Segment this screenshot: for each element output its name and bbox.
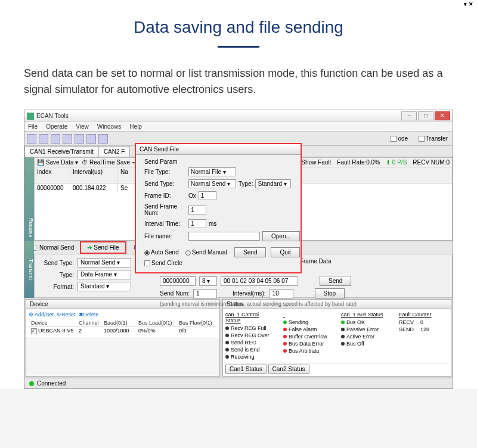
col-index[interactable]: Index <box>35 167 70 183</box>
sendtype-select[interactable]: Normal Send ▾ <box>188 179 236 188</box>
status-item: Send REG <box>225 339 275 346</box>
open-button[interactable]: Open... <box>262 231 300 241</box>
col-interval[interactable]: Interval(us) <box>70 167 118 183</box>
can-send-file-dialog: CAN Send File Send Param File Type: Norm… <box>135 143 302 273</box>
col-busflow: Bus Flow(0/1) <box>176 319 217 326</box>
filetype-label: File Type: <box>144 169 186 175</box>
framenum-label: Send Frame Num: <box>144 203 186 216</box>
sendtype-select[interactable]: Normal Send ▾ <box>78 258 131 267</box>
status-item: False Alarm <box>283 326 333 333</box>
stop-button[interactable]: Stop <box>315 288 345 298</box>
toolbar-icon[interactable] <box>63 134 72 144</box>
sendnum-label: Send Num: <box>160 290 190 297</box>
status-item: Recv REG Over <box>225 332 275 339</box>
save-data-button[interactable]: 💾 Save Data ▾ <box>37 159 78 166</box>
window-title: ECAN Tools <box>36 113 401 119</box>
maximize-button[interactable]: □ <box>418 111 433 120</box>
control-status-header: can_1 Control Status <box>225 312 275 323</box>
status-item: Receiving <box>225 353 275 360</box>
bus-status-header: can_1 Bus Status <box>341 312 391 318</box>
dialog-send-button[interactable]: Send <box>234 247 266 257</box>
send-file-tab[interactable]: ➜Send File <box>80 241 126 254</box>
transfer-label[interactable]: Transfer <box>419 135 448 142</box>
frameid-label: Frame ID: <box>144 192 186 199</box>
menu-help[interactable]: Help <box>129 123 142 130</box>
type-label: Type: <box>238 181 253 187</box>
recv-counter: RECV 0 <box>399 319 448 326</box>
delete-button[interactable]: ✖Delete <box>79 312 99 318</box>
tab-can2[interactable]: CAN2 F <box>98 146 131 157</box>
recv-num-label: RECV NUM:0 <box>413 159 450 166</box>
status-item: Sending <box>283 319 333 326</box>
menu-view[interactable]: View <box>76 123 89 130</box>
toolbar-icon[interactable] <box>98 134 108 144</box>
cell-interval: 000.184.022 <box>70 183 118 192</box>
toolbar-icon[interactable] <box>27 134 36 144</box>
mode-label[interactable]: ode <box>391 135 408 142</box>
sendnum-input[interactable] <box>193 289 217 298</box>
type-select[interactable]: Data Frame ▾ <box>78 270 131 279</box>
ms-label: ms <box>209 220 216 227</box>
menu-file[interactable]: File <box>28 123 38 130</box>
menu-operate[interactable]: Operate <box>46 123 67 130</box>
send-param-legend: Send Param <box>144 158 178 165</box>
data-input[interactable] <box>221 276 298 286</box>
realtime-save-button[interactable]: ⏱ RealTime Save ▾ <box>82 159 135 166</box>
page-title: Data saving and file sending <box>0 0 477 46</box>
length-select[interactable]: 8 ▾ <box>199 276 217 286</box>
menubar: File Operate View Windows Help <box>24 122 453 132</box>
dialog-quit-button[interactable]: Quit <box>271 247 299 257</box>
screenshot-container: ECAN Tools – □ ✕ File Operate View Windo… <box>24 110 453 389</box>
format-select[interactable]: Standard ▾ <box>78 282 131 291</box>
send-circle-checkbox[interactable]: Send Circle <box>144 260 182 266</box>
tab-can1[interactable]: CAN1 Receive/Transmit <box>24 146 99 157</box>
manual-send-radio[interactable]: Send Manual <box>185 249 227 256</box>
send-counter: SEND 128 <box>399 326 448 333</box>
format-label: Format: <box>38 284 74 290</box>
framenum-input[interactable] <box>188 206 206 214</box>
send-button[interactable]: Send <box>320 276 351 286</box>
frameid-prefix: Ox <box>188 192 196 199</box>
interval-input[interactable] <box>270 289 293 298</box>
close-button[interactable]: ✕ <box>435 111 450 120</box>
type-select[interactable]: Standard ▾ <box>255 179 291 188</box>
filename-input[interactable] <box>188 232 260 241</box>
status-item: Send is End <box>225 346 275 353</box>
cell-index: 00000000 <box>35 183 70 192</box>
ps-label: ⬆ 0 P/S <box>386 159 407 166</box>
frameid-input[interactable] <box>160 276 196 286</box>
connected-icon <box>29 381 34 386</box>
intervaltime-input[interactable] <box>188 219 206 228</box>
filetype-select[interactable]: Normal File ▾ <box>188 167 236 176</box>
col-baud: Baud(0/1) <box>101 319 136 326</box>
minimize-button[interactable]: – <box>401 111 417 120</box>
device-panel-title: Device <box>30 301 48 307</box>
col-device: Device <box>29 319 76 326</box>
col-channel: Channel <box>76 319 101 326</box>
intervaltime-label: Interval Time: <box>144 220 186 227</box>
frameid-input[interactable] <box>199 191 216 200</box>
status-item: Bus Arbitrate <box>283 347 333 354</box>
page-description: Send data can be set to normal or list t… <box>0 66 477 110</box>
connected-label: Connected <box>37 380 66 387</box>
app-icon <box>27 113 34 120</box>
auto-send-radio[interactable]: Auto Send <box>144 249 179 256</box>
sendtype-label: Send Type: <box>144 181 186 187</box>
toolbar-icon[interactable] <box>39 134 48 144</box>
sendtype-label: Send Type: <box>38 260 74 266</box>
col-busload: Bus Load(0/1) <box>136 319 176 326</box>
toolbar-icon[interactable] <box>51 134 60 144</box>
window-titlebar: ECAN Tools – □ ✕ <box>24 110 453 122</box>
status-item: Buffer OverFlow <box>283 333 333 340</box>
menu-windows[interactable]: Windows <box>97 123 122 130</box>
can1-status-tab[interactable]: Can1 Status <box>225 365 267 374</box>
status-item: Active Error <box>341 333 391 340</box>
reset-button[interactable]: ↻Reset <box>57 312 76 318</box>
dialog-title: CAN Send File <box>136 144 301 155</box>
device-row[interactable]: USBCAN-II-V5 2 1000/1000 0%/0% 0/0 <box>29 327 217 335</box>
toolbar-icon[interactable] <box>75 134 84 144</box>
transmit-strip: Transmit <box>24 241 34 298</box>
add-set-button[interactable]: ⚙ Add/Set <box>29 312 54 318</box>
toolbar-icon[interactable] <box>86 134 96 144</box>
can2-status-tab[interactable]: Can2 Status <box>268 365 309 374</box>
